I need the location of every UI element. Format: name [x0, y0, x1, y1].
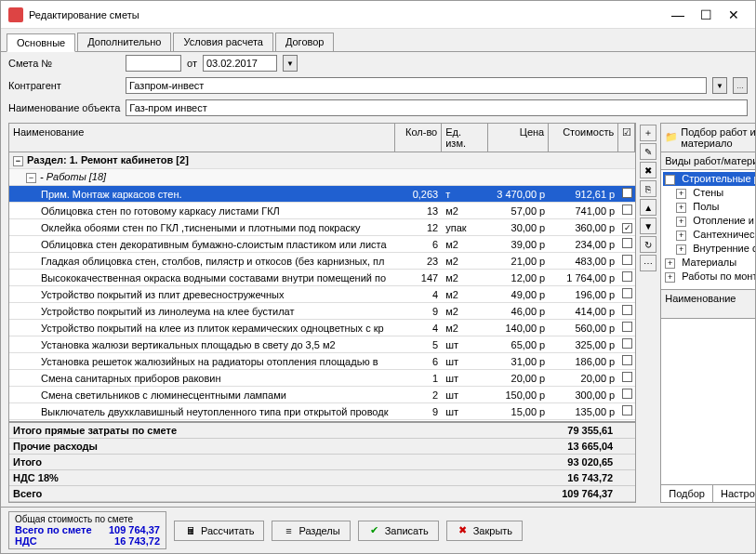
row-checkbox[interactable] [622, 355, 632, 365]
row-checkbox[interactable] [622, 271, 632, 282]
close-button[interactable]: ✕ [720, 5, 748, 25]
tree-item[interactable]: + Работы по монтажу воздуховодо [663, 270, 755, 284]
table-row[interactable]: Установка жалюзи вертикальных площадью в… [9, 336, 635, 353]
contractor-input[interactable] [126, 77, 707, 94]
picker-tab-selection[interactable]: Подбор [661, 485, 713, 502]
tab-main[interactable]: Основные [7, 33, 75, 52]
cross-icon: ✖ [457, 524, 470, 537]
expand-icon[interactable]: + [676, 217, 686, 227]
estimate-number-input[interactable] [126, 55, 181, 72]
row-checkbox[interactable] [622, 389, 632, 399]
tab-conditions[interactable]: Условия расчета [173, 33, 273, 51]
table-row[interactable]: −Раздел: 1. Ремонт кабинетов [2] [9, 152, 635, 169]
tree-item[interactable]: + Сантехнические работы [663, 228, 755, 242]
maximize-button[interactable]: ☐ [692, 5, 720, 25]
date-from-label: от [187, 58, 197, 69]
table-row[interactable]: Устройство покрытий на клее из плиток ке… [9, 320, 635, 336]
col-header-name[interactable]: Наименование [9, 124, 395, 152]
close-dialog-button[interactable]: ✖Закрыть [446, 521, 523, 541]
table-row[interactable]: Высококачественная окраска водными соста… [9, 270, 635, 286]
expand-icon[interactable]: + [676, 189, 686, 199]
row-checkbox[interactable] [622, 405, 632, 416]
col-header-cost[interactable]: Стоимость [549, 124, 618, 152]
date-dropdown-button[interactable]: ▼ [283, 55, 298, 72]
picker-tab-settings[interactable]: Настройки [713, 485, 755, 502]
collapse-icon[interactable]: - [665, 175, 675, 185]
move-down-button[interactable]: ▼ [640, 218, 657, 234]
tree-header: Виды работ/материалов ▲ [661, 152, 755, 170]
table-row[interactable]: Выключатель двухклавишный неутопленного … [9, 403, 635, 420]
check-icon: ✔ [368, 524, 381, 537]
contractor-row: Контрагент ▼ … [1, 74, 755, 97]
tree-item[interactable]: - Строительные работы [663, 172, 755, 186]
table-row[interactable]: −- Работы [18] [9, 169, 635, 186]
tab-additional[interactable]: Дополнительно [77, 33, 171, 51]
delete-item-button[interactable]: ✖ [640, 162, 657, 178]
table-row[interactable]: Облицовка стен по готовому каркасу листа… [9, 203, 635, 219]
edit-item-button[interactable]: ✎ [640, 143, 657, 160]
picker-grid: Наименование Тип Ед. изм. [661, 289, 755, 484]
copy-item-button[interactable]: ⎘ [640, 180, 657, 197]
expand-icon[interactable]: + [665, 258, 675, 269]
table-row[interactable]: Прим. Монтаж каркасов стен.0,263т3 470,0… [9, 186, 635, 203]
row-checkbox[interactable] [622, 372, 632, 382]
row-checkbox[interactable] [622, 204, 632, 215]
sections-button[interactable]: ≡Разделы [272, 521, 350, 541]
row-checkbox[interactable] [622, 338, 632, 349]
save-button[interactable]: ✔Записать [358, 521, 439, 541]
expand-icon[interactable]: + [676, 244, 686, 255]
expand-icon[interactable]: + [676, 231, 686, 241]
col-header-unit[interactable]: Ед. изм. [442, 124, 488, 152]
category-tree[interactable]: - Строительные работы+ Стены+ Полы+ Отоп… [661, 170, 755, 285]
expand-icon[interactable]: + [676, 203, 686, 213]
total-row: Прочие расходы13 665,04 [9, 439, 635, 455]
table-row[interactable]: Смена светильников с люминесцентными лам… [9, 387, 635, 403]
add-item-button[interactable]: ＋ [640, 125, 657, 141]
tree-item[interactable]: + Стены [663, 186, 755, 200]
col-header-check-icon[interactable]: ☑ [618, 124, 635, 152]
table-row[interactable]: Устройство покрытий из плит древесностру… [9, 286, 635, 303]
calculate-button[interactable]: 🖩Рассчитать [174, 521, 264, 541]
tree-item[interactable]: + Материалы [663, 256, 755, 270]
minimize-button[interactable]: — [664, 5, 692, 25]
total-row: НДС 18%16 743,72 [9, 470, 635, 486]
collapse-icon[interactable]: − [13, 156, 23, 166]
table-row[interactable]: Устройство покрытий из линолеума на клее… [9, 303, 635, 320]
collapse-icon[interactable]: − [26, 173, 36, 183]
estimate-grid-panel: Наименование Кол-во Ед. изм. Цена Стоимо… [8, 123, 636, 503]
contractor-lookup-button[interactable]: … [733, 77, 748, 94]
picker-col-name[interactable]: Наименование [661, 290, 755, 318]
row-checkbox[interactable] [622, 255, 632, 265]
row-checkbox[interactable] [622, 238, 632, 248]
move-up-button[interactable]: ▲ [640, 199, 657, 216]
row-checkbox[interactable]: ✓ [622, 223, 632, 233]
row-checkbox[interactable] [622, 188, 632, 198]
tree-item[interactable]: + Отопление и вентиляция.Реш [663, 214, 755, 228]
contractor-label: Контрагент [8, 80, 120, 91]
table-row[interactable]: Смена санитарных приборов раковин1шт20,0… [9, 370, 635, 387]
tree-item[interactable]: + Полы [663, 200, 755, 214]
contractor-dropdown-button[interactable]: ▼ [712, 77, 727, 94]
expand-icon[interactable]: + [665, 272, 675, 283]
col-header-qty[interactable]: Кол-во [395, 124, 442, 152]
col-header-price[interactable]: Цена [488, 124, 549, 152]
grid-body[interactable]: −Раздел: 1. Ремонт кабинетов [2]−- Работ… [9, 152, 635, 421]
date-input[interactable] [203, 55, 277, 72]
estimate-number-label: Смета № [8, 58, 120, 69]
tree-item[interactable]: + Внутренние сети ВиК [663, 242, 755, 256]
tab-contract[interactable]: Договор [275, 33, 335, 51]
tree-header-label: Виды работ/материалов [665, 155, 755, 166]
row-checkbox[interactable] [622, 305, 632, 315]
estimate-edit-window: Редактирование сметы — ☐ ✕ Основные Допо… [0, 0, 756, 554]
extra-tool-button[interactable]: ⋯ [640, 255, 657, 271]
table-row[interactable]: Установка решеток жалюзийных на радиатор… [9, 353, 635, 370]
object-input[interactable] [126, 99, 748, 116]
table-row[interactable]: Гладкая облицовка стен, столбов, пилястр… [9, 253, 635, 270]
row-checkbox[interactable] [622, 322, 632, 332]
side-toolbar: ＋ ✎ ✖ ⎘ ▲ ▼ ↻ ⋯ [640, 123, 657, 503]
refresh-button[interactable]: ↻ [640, 236, 657, 253]
row-checkbox[interactable] [622, 288, 632, 298]
total-row: Итого прямые затраты по смете79 355,61 [9, 423, 635, 439]
table-row[interactable]: Оклейка обоями стен по ГКЛ ,тиснеными и … [9, 219, 635, 236]
table-row[interactable]: Облицовка стен декоративным бумажно-слои… [9, 236, 635, 253]
